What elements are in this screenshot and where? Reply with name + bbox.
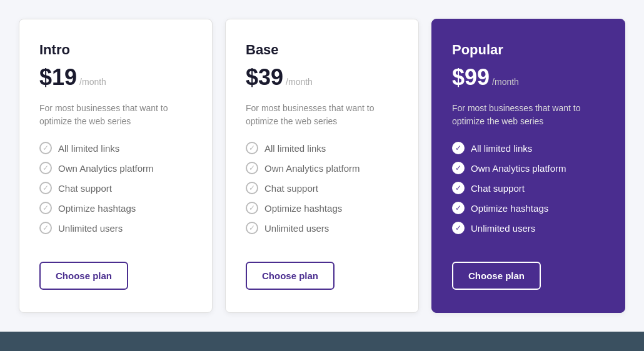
feature-label: Optimize hashtags bbox=[471, 203, 548, 214]
pricing-section: Intro $19 /month For most businesses tha… bbox=[0, 0, 644, 332]
price-amount-base: $39 bbox=[246, 64, 283, 91]
feature-label: Own Analytics platform bbox=[58, 163, 154, 174]
list-item: ✓ Chat support bbox=[246, 182, 398, 194]
plan-description-intro: For most businesses that want to optimiz… bbox=[39, 102, 192, 128]
list-item: ✓ Own Analytics platform bbox=[246, 162, 398, 174]
check-icon: ✓ bbox=[246, 142, 258, 154]
pricing-container: Intro $19 /month For most businesses tha… bbox=[13, 19, 631, 313]
plan-card-intro: Intro $19 /month For most businesses tha… bbox=[19, 19, 213, 313]
feature-label: All limited links bbox=[471, 143, 532, 154]
choose-plan-button-popular[interactable]: Choose plan bbox=[452, 262, 541, 290]
plan-price-popular: $99 /month bbox=[452, 64, 605, 91]
price-period-base: /month bbox=[286, 77, 313, 87]
feature-label: Optimize hashtags bbox=[58, 203, 136, 214]
footer-bar bbox=[0, 332, 644, 351]
list-item: ✓ Own Analytics platform bbox=[452, 162, 605, 174]
list-item: ✓ Unlimited users bbox=[246, 222, 398, 234]
price-amount-popular: $99 bbox=[452, 64, 490, 91]
price-period-intro: /month bbox=[79, 77, 106, 87]
list-item: ✓ Optimize hashtags bbox=[452, 202, 605, 214]
feature-label: Chat support bbox=[264, 183, 318, 194]
feature-label: All limited links bbox=[264, 143, 326, 154]
list-item: ✓ All limited links bbox=[39, 142, 192, 154]
check-icon: ✓ bbox=[452, 142, 465, 154]
check-icon: ✓ bbox=[39, 182, 52, 194]
list-item: ✓ Chat support bbox=[452, 182, 605, 194]
features-list-popular: ✓ All limited links ✓ Own Analytics plat… bbox=[452, 142, 605, 242]
check-icon: ✓ bbox=[452, 202, 465, 214]
features-list-base: ✓ All limited links ✓ Own Analytics plat… bbox=[246, 142, 398, 242]
feature-label: Chat support bbox=[471, 183, 525, 194]
check-icon: ✓ bbox=[246, 162, 258, 174]
price-amount-intro: $19 bbox=[39, 64, 77, 91]
check-icon: ✓ bbox=[39, 222, 52, 234]
list-item: ✓ Own Analytics platform bbox=[39, 162, 192, 174]
feature-label: Unlimited users bbox=[471, 223, 535, 234]
plan-description-popular: For most businesses that want to optimiz… bbox=[452, 102, 605, 128]
feature-label: All limited links bbox=[58, 143, 119, 154]
plan-price-base: $39 /month bbox=[246, 64, 398, 91]
plan-name-intro: Intro bbox=[39, 42, 192, 58]
choose-plan-button-intro[interactable]: Choose plan bbox=[39, 262, 128, 290]
features-list-intro: ✓ All limited links ✓ Own Analytics plat… bbox=[39, 142, 192, 242]
list-item: ✓ Unlimited users bbox=[452, 222, 605, 234]
feature-label: Own Analytics platform bbox=[264, 163, 360, 174]
list-item: ✓ Optimize hashtags bbox=[39, 202, 192, 214]
plan-description-base: For most businesses that want to optimiz… bbox=[246, 102, 398, 128]
list-item: ✓ Optimize hashtags bbox=[246, 202, 398, 214]
check-icon: ✓ bbox=[39, 202, 52, 214]
list-item: ✓ All limited links bbox=[246, 142, 398, 154]
plan-name-popular: Popular bbox=[452, 42, 605, 58]
check-icon: ✓ bbox=[246, 182, 258, 194]
check-icon: ✓ bbox=[452, 222, 465, 234]
feature-label: Own Analytics platform bbox=[471, 163, 566, 174]
feature-label: Unlimited users bbox=[264, 223, 329, 234]
feature-label: Optimize hashtags bbox=[264, 203, 342, 214]
check-icon: ✓ bbox=[246, 222, 258, 234]
plan-price-intro: $19 /month bbox=[39, 64, 192, 91]
check-icon: ✓ bbox=[452, 182, 465, 194]
feature-label: Chat support bbox=[58, 183, 112, 194]
list-item: ✓ Unlimited users bbox=[39, 222, 192, 234]
check-icon: ✓ bbox=[452, 162, 465, 174]
feature-label: Unlimited users bbox=[58, 223, 123, 234]
list-item: ✓ All limited links bbox=[452, 142, 605, 154]
check-icon: ✓ bbox=[39, 142, 52, 154]
plan-name-base: Base bbox=[246, 42, 398, 58]
check-icon: ✓ bbox=[246, 202, 258, 214]
check-icon: ✓ bbox=[39, 162, 52, 174]
choose-plan-button-base[interactable]: Choose plan bbox=[246, 262, 335, 290]
plan-card-popular: Popular $99 /month For most businesses t… bbox=[431, 19, 625, 313]
plan-card-base: Base $39 /month For most businesses that… bbox=[225, 19, 419, 313]
list-item: ✓ Chat support bbox=[39, 182, 192, 194]
price-period-popular: /month bbox=[492, 77, 519, 87]
